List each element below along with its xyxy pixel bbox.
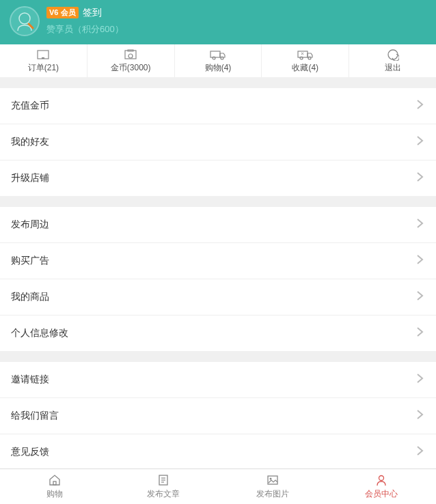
menu-invite[interactable]: 邀请链接 [0,362,436,398]
chevron-right-icon [415,253,425,269]
svg-point-8 [221,57,223,59]
menu-recharge-label: 充值金币 [11,100,49,112]
nav-member[interactable]: 会员中心 [327,469,437,504]
nav-member-icon [376,473,387,487]
stat-logout-icon [387,48,399,61]
chevron-right-icon [415,408,425,424]
stat-fav[interactable]: 收藏(4) [262,44,349,77]
svg-rect-6 [210,51,220,57]
menu-group-0: 充值金币 我的好友 升级店铺 [0,88,436,196]
menu-publish-around-label: 发布周边 [11,219,49,231]
avatar[interactable] [10,6,40,36]
svg-rect-18 [268,476,277,484]
stat-coins-label: 金币(3000) [111,62,151,74]
nav-member-label: 会员中心 [365,488,398,500]
nav-article[interactable]: 发布文章 [109,469,219,504]
chevron-right-icon [415,444,425,460]
menu-recharge[interactable]: 充值金币 [0,88,436,124]
menu-buy-ad[interactable]: 购买广告 [0,243,436,279]
points-text: 赞享员（积分600） [46,23,124,36]
menu-edit-profile[interactable]: 个人信息修改 [0,316,436,351]
stat-shopping-label: 购物(4) [205,62,232,74]
stat-shopping[interactable]: 购物(4) [175,44,262,77]
bottom-nav: 购物 发布文章 发布图片 会员中心 [0,468,436,504]
stats-row: 订单(21) 金币(3000) 购物(4) 收藏(4) 退出 [0,44,436,77]
menu-buy-ad-label: 购买广告 [11,255,49,267]
menu-feedback[interactable]: 意见反馈 [0,434,436,468]
menu-upgrade-shop-label: 升级店铺 [11,172,49,184]
stat-fav-icon [297,48,314,61]
menu-my-goods[interactable]: 我的商品 [0,279,436,316]
svg-rect-13 [53,481,56,485]
menu-my-goods-label: 我的商品 [11,291,49,303]
stat-coins[interactable]: 金币(3000) [87,44,175,77]
nav-shopping[interactable]: 购物 [0,469,109,504]
menu-edit-profile-label: 个人信息修改 [11,327,68,339]
chevron-right-icon [415,372,425,388]
nav-image-icon [267,473,279,487]
svg-point-20 [379,476,384,481]
menu-friends[interactable]: 我的好友 [0,124,436,160]
menu-feedback-label: 意见反馈 [11,446,49,458]
svg-point-12 [388,50,398,59]
stat-logout-label: 退出 [385,62,401,74]
nav-image[interactable]: 发布图片 [218,469,327,504]
stat-orders[interactable]: 订单(21) [0,44,87,77]
chevron-right-icon [415,98,425,114]
stat-orders-label: 订单(21) [28,62,59,74]
chevron-right-icon [415,134,425,150]
nav-image-label: 发布图片 [256,488,289,500]
stat-fav-label: 收藏(4) [292,62,318,74]
menu-group-1: 发布周边 购买广告 我的商品 个人信息修改 [0,207,436,351]
menu-friends-label: 我的好友 [11,136,49,148]
svg-point-0 [19,13,30,24]
header: V6 会员 签到 赞享员（积分600） [0,0,436,44]
menu-message-label: 给我们留言 [11,410,59,422]
menu-upgrade-shop[interactable]: 升级店铺 [0,160,436,196]
svg-point-4 [128,54,133,58]
nav-shopping-icon [48,473,62,487]
svg-point-7 [213,57,215,59]
stat-shopping-icon [210,48,226,61]
menu-invite-label: 邀请链接 [11,374,49,386]
vip-badge: V6 会员 [46,7,79,18]
avatar-icon [12,9,37,33]
stat-orders-icon [36,48,50,61]
svg-rect-2 [42,57,44,59]
menu-group-2: 邀请链接 给我们留言 意见反馈 帮助中心 [0,362,436,468]
nav-article-icon [158,473,169,487]
signin-link[interactable]: 签到 [83,7,102,19]
stat-logout[interactable]: 退出 [349,44,436,77]
nav-shopping-label: 购物 [46,488,63,500]
chevron-right-icon [415,325,425,341]
stat-coins-icon [124,48,137,61]
svg-rect-3 [125,51,136,59]
menu-message[interactable]: 给我们留言 [0,398,436,434]
chevron-right-icon [415,216,425,233]
menu-publish-around[interactable]: 发布周边 [0,207,436,243]
svg-point-11 [308,57,311,59]
chevron-right-icon [415,289,425,305]
nav-article-label: 发布文章 [147,488,180,500]
svg-point-19 [269,478,271,480]
chevron-right-icon [415,170,425,186]
svg-point-10 [300,57,303,59]
